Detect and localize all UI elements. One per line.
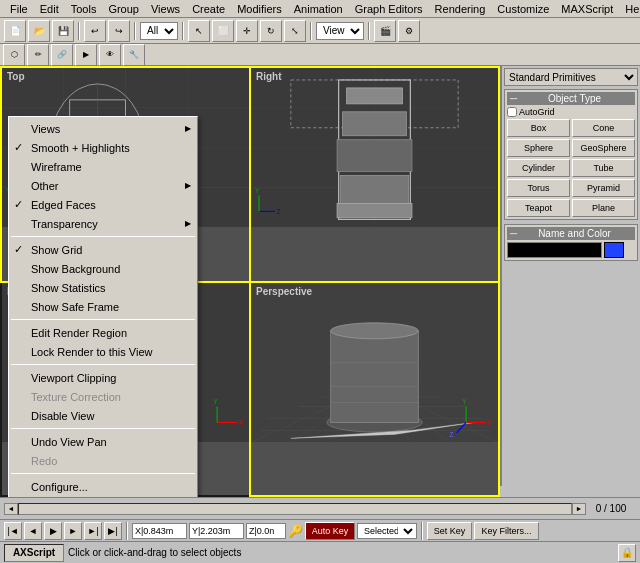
timeline-area: ◄ ► 0 / 100 (0, 497, 640, 519)
menu-item-lock-render[interactable]: Lock Render to this View (9, 342, 197, 361)
menu-item-wireframe[interactable]: Wireframe (9, 157, 197, 176)
keyfilters-btn[interactable]: Key Filters... (474, 522, 539, 540)
selection-filter[interactable]: All (140, 22, 178, 40)
menu-customize[interactable]: Customize (491, 2, 555, 16)
menu-file[interactable]: File (4, 2, 34, 16)
menu-graph-editors[interactable]: Graph Editors (349, 2, 429, 16)
menu-item-show-safe-frame[interactable]: Show Safe Frame (9, 297, 197, 316)
menu-item-undo-view-pan[interactable]: Undo View Pan (9, 432, 197, 451)
svg-point-56 (331, 322, 419, 338)
prev-key-btn[interactable]: |◄ (4, 522, 22, 540)
primitive-buttons: Box Cone Sphere GeoSphere Cylinder Tube … (507, 119, 635, 217)
app-window: File Edit Tools Group Views Create Modif… (0, 0, 640, 563)
scroll-right-btn[interactable]: ► (572, 503, 586, 515)
menu-item-configure[interactable]: Configure... (9, 477, 197, 496)
viewport-right[interactable]: Right (251, 68, 498, 281)
menu-item-edged-faces[interactable]: Edged Faces (9, 195, 197, 214)
utilities-tab[interactable]: 🔧 (123, 44, 145, 66)
btn-geosphere[interactable]: GeoSphere (572, 139, 635, 157)
btn-cone[interactable]: Cone (572, 119, 635, 137)
menu-animation[interactable]: Animation (288, 2, 349, 16)
object-name-input[interactable] (507, 242, 602, 258)
menu-item-show-grid[interactable]: Show Grid (9, 240, 197, 259)
display-tab[interactable]: 👁 (99, 44, 121, 66)
menu-group[interactable]: Group (102, 2, 145, 16)
scale-btn[interactable]: ⤡ (284, 20, 306, 42)
btn-tube[interactable]: Tube (572, 159, 635, 177)
primitives-dropdown[interactable]: Standard Primitives (504, 68, 638, 86)
sep-1 (11, 236, 195, 237)
save-btn[interactable]: 💾 (52, 20, 74, 42)
x-coord[interactable] (132, 523, 187, 539)
select-btn[interactable]: ↖ (188, 20, 210, 42)
btn-plane[interactable]: Plane (572, 199, 635, 217)
menu-help[interactable]: Help (619, 2, 640, 16)
menu-item-views[interactable]: Views (9, 119, 197, 138)
modify-tab[interactable]: ✏ (27, 44, 49, 66)
autokey-btn[interactable]: Auto Key (305, 522, 355, 540)
object-type-title: ─ Object Type (507, 92, 635, 105)
menu-tools[interactable]: Tools (65, 2, 103, 16)
menu-item-transparency[interactable]: Transparency (9, 214, 197, 233)
ctrl-divider (126, 522, 128, 540)
divider-2 (134, 22, 136, 40)
minus-icon-2[interactable]: ─ (510, 228, 517, 239)
scroll-left: ◄ (4, 503, 18, 515)
btn-pyramid[interactable]: Pyramid (572, 179, 635, 197)
setkey-btn[interactable]: Set Key (427, 522, 472, 540)
prev-frame-btn[interactable]: ◄ (24, 522, 42, 540)
lock-btn[interactable]: 🔒 (618, 544, 636, 562)
minus-icon[interactable]: ─ (510, 93, 517, 104)
open-btn[interactable]: 📂 (28, 20, 50, 42)
menu-edit[interactable]: Edit (34, 2, 65, 16)
content-area: Top (0, 66, 640, 497)
sep-2 (11, 319, 195, 320)
scroll-left-btn[interactable]: ◄ (4, 503, 18, 515)
last-frame-btn[interactable]: ▶| (104, 522, 122, 540)
z-coord[interactable] (246, 523, 286, 539)
viewport-grid: Top (0, 66, 500, 497)
autogrid-checkbox[interactable] (507, 107, 517, 117)
timeline-track[interactable] (18, 503, 572, 515)
render-btn[interactable]: 🎬 (374, 20, 396, 42)
reference-dropdown[interactable]: View (316, 22, 364, 40)
svg-rect-55 (331, 330, 419, 422)
btn-cylinder[interactable]: Cylinder (507, 159, 570, 177)
next-key-btn[interactable]: ►| (84, 522, 102, 540)
hierarchy-tab[interactable]: 🔗 (51, 44, 73, 66)
menu-modifiers[interactable]: Modifiers (231, 2, 288, 16)
btn-sphere[interactable]: Sphere (507, 139, 570, 157)
selection-mode[interactable]: Selected (357, 523, 417, 539)
menu-item-disable-view[interactable]: Disable View (9, 406, 197, 425)
create-tab[interactable]: ⬡ (3, 44, 25, 66)
play-btn[interactable]: ▶ (44, 522, 62, 540)
material-btn[interactable]: ⚙ (398, 20, 420, 42)
menu-item-edit-render-region[interactable]: Edit Render Region (9, 323, 197, 342)
btn-box[interactable]: Box (507, 119, 570, 137)
menu-item-smooth-highlights[interactable]: Smooth + Highlights (9, 138, 197, 157)
redo-btn[interactable]: ↪ (108, 20, 130, 42)
next-frame-btn[interactable]: ► (64, 522, 82, 540)
menu-rendering[interactable]: Rendering (429, 2, 492, 16)
select-region-btn[interactable]: ⬜ (212, 20, 234, 42)
menu-create[interactable]: Create (186, 2, 231, 16)
color-swatch[interactable] (604, 242, 624, 258)
menu-item-viewport-clipping[interactable]: Viewport Clipping (9, 368, 197, 387)
undo-btn[interactable]: ↩ (84, 20, 106, 42)
btn-teapot[interactable]: Teapot (507, 199, 570, 217)
menu-item-show-statistics[interactable]: Show Statistics (9, 278, 197, 297)
menu-views[interactable]: Views (145, 2, 186, 16)
object-type-section: ─ Object Type AutoGrid Box Cone Sphere G… (504, 89, 638, 220)
y-coord[interactable] (189, 523, 244, 539)
divider-3 (182, 22, 184, 40)
menu-item-show-background[interactable]: Show Background (9, 259, 197, 278)
menu-maxscript[interactable]: MAXScript (555, 2, 619, 16)
motion-tab[interactable]: ▶ (75, 44, 97, 66)
new-btn[interactable]: 📄 (4, 20, 26, 42)
menu-item-other[interactable]: Other (9, 176, 197, 195)
maxscript-btn[interactable]: AXScript (4, 544, 64, 562)
move-btn[interactable]: ✛ (236, 20, 258, 42)
viewport-perspective[interactable]: Perspective (251, 283, 498, 496)
btn-torus[interactable]: Torus (507, 179, 570, 197)
rotate-btn[interactable]: ↻ (260, 20, 282, 42)
